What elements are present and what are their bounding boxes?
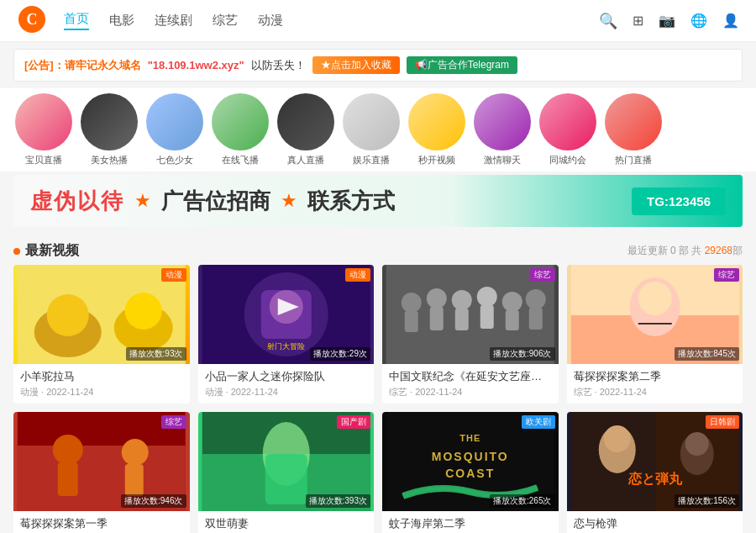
video-card-6[interactable]: 国产剧 播放次数:393次 双世萌妻 国产剧 · 2022-11-12 (198, 412, 375, 533)
ad-banner[interactable]: 虚伪以待 ★ 广告位招商 ★ 联系方式 TG:123456 (13, 175, 743, 227)
svg-rect-18 (430, 307, 444, 330)
live-item-5[interactable]: 真人直播 (276, 93, 336, 166)
video-grid-row2: 综艺 播放次数:946次 莓探探探案第一季 综艺 · 2022-11-24 国产… (0, 412, 756, 533)
banner-text2: 广告位招商 (161, 187, 270, 216)
svg-point-52 (685, 432, 708, 456)
svg-point-34 (53, 435, 83, 465)
video-card-2[interactable]: 射门大冒险 动漫 播放次数:29次 小品一家人之迷你探险队 动漫 · 2022-… (198, 265, 375, 404)
globe-icon[interactable]: 🌐 (690, 13, 707, 29)
title-1: 小羊驼拉马 (20, 369, 183, 384)
live-item-2[interactable]: 美女热播 (79, 93, 139, 166)
live-item-6[interactable]: 娱乐直播 (341, 93, 402, 166)
live-item-7[interactable]: 秒开视频 (407, 93, 467, 166)
notice-bookmark-btn[interactable]: ★点击加入收藏 (312, 56, 400, 74)
svg-rect-37 (125, 464, 144, 496)
banner-star2: ★ (281, 190, 297, 212)
section-title-text: 最新视频 (25, 242, 79, 260)
nav-movie[interactable]: 电影 (109, 13, 134, 29)
svg-point-15 (402, 293, 422, 313)
meta-4: 综艺 · 2022-11-24 (574, 386, 737, 398)
svg-point-21 (477, 287, 497, 307)
user-icon[interactable]: 👤 (722, 13, 739, 29)
live-item-10[interactable]: 热门直播 (603, 93, 664, 166)
live-item-8[interactable]: 激情聊天 (472, 93, 533, 166)
badge-5: 综艺 (161, 415, 186, 429)
views-2: 播放次数:29次 (310, 347, 370, 361)
nav-variety[interactable]: 综艺 (213, 13, 238, 29)
title-7: 蚊子海岸第二季 (389, 516, 552, 531)
video-card-4[interactable]: 综艺 播放次数:845次 莓探探探案第二季 综艺 · 2022-11-24 (567, 265, 743, 404)
svg-point-17 (427, 288, 447, 309)
notice-prefix: [公告]：请牢记永久域名 (24, 58, 141, 73)
svg-text:THE: THE (459, 433, 480, 443)
badge-8: 日韩剧 (706, 415, 739, 429)
svg-rect-16 (405, 311, 418, 332)
title-2: 小品一家人之迷你探险队 (205, 369, 368, 384)
badge-7: 欧关剧 (522, 415, 555, 429)
video-card-7[interactable]: THE MOSQUITO COAST 欧关剧 播放次数:265次 蚊子海岸第二季… (382, 412, 559, 533)
title-5: 莓探探探案第一季 (20, 516, 183, 531)
views-1: 播放次数:93次 (126, 347, 186, 361)
video-card-1[interactable]: 动漫 播放次数:93次 小羊驼拉马 动漫 · 2022-11-24 (13, 265, 190, 404)
views-4: 播放次数:845次 (675, 347, 739, 361)
live-item-1[interactable]: 宝贝直播 (13, 93, 74, 166)
nav-home[interactable]: 首页 (64, 11, 89, 30)
notice-domain: "18.109.1ww2.xyz" (148, 59, 244, 71)
svg-point-36 (122, 439, 149, 466)
banner-text3: 联系方式 (307, 187, 395, 216)
badge-6: 国产剧 (337, 415, 370, 429)
svg-point-19 (452, 290, 472, 310)
live-item-3[interactable]: 七色少女 (144, 93, 205, 166)
video-card-5[interactable]: 综艺 播放次数:946次 莓探探探案第一季 综艺 · 2022-11-24 (13, 412, 190, 533)
svg-rect-22 (480, 305, 494, 329)
section-dot (13, 248, 20, 255)
live-row: 宝贝直播 美女热播 七色少女 在线飞播 真人直播 娱乐直播 秒开视频 激情聊天 … (0, 88, 756, 172)
badge-1: 动漫 (161, 268, 186, 282)
badge-4: 综艺 (714, 268, 739, 282)
meta-2: 动漫 · 2022-11-24 (205, 386, 368, 398)
svg-point-6 (125, 293, 162, 330)
header-icons: 🔍 ⊞ 📷 🌐 👤 (599, 12, 739, 30)
svg-point-25 (526, 289, 546, 309)
main-nav: 首页 电影 连续剧 综艺 动漫 (64, 11, 599, 30)
views-7: 播放次数:265次 (490, 494, 554, 508)
header: C 首页 电影 连续剧 综艺 动漫 🔍 ⊞ 📷 🌐 👤 (0, 0, 756, 42)
search-icon[interactable]: 🔍 (599, 12, 617, 30)
svg-text:COAST: COAST (445, 467, 495, 480)
calendar-icon[interactable]: 📷 (659, 13, 675, 29)
views-3: 播放次数:906次 (490, 347, 554, 361)
badge-2: 动漫 (345, 268, 370, 282)
section-meta: 最近更新 0 部 共 29268部 (627, 244, 743, 258)
video-grid: 动漫 播放次数:93次 小羊驼拉马 动漫 · 2022-11-24 射门大冒险 … (0, 265, 756, 412)
title-4: 莓探探探案第二季 (574, 369, 737, 384)
banner-tg-box: TG:123456 (632, 187, 726, 215)
banner-text1: 虚伪以待 (30, 187, 124, 216)
title-3: 中国文联纪念《在延安文艺座谈会上的讲... (389, 369, 552, 384)
svg-rect-41 (265, 454, 307, 504)
live-item-9[interactable]: 同城约会 (538, 93, 598, 166)
views-8: 播放次数:156次 (675, 494, 739, 508)
video-card-8[interactable]: 恋と弾丸 日韩剧 播放次数:156次 恋与枪弹 日韩剧 · 2022-11-12 (567, 412, 743, 533)
grid-icon[interactable]: ⊞ (633, 13, 643, 29)
section-title: 最新视频 (13, 242, 79, 260)
notice-bar: [公告]：请牢记永久域名 "18.109.1ww2.xyz" 以防丢失！ ★点击… (13, 49, 743, 82)
svg-text:恋と弾丸: 恋と弾丸 (627, 471, 682, 486)
video-card-3[interactable]: 综艺 播放次数:906次 中国文联纪念《在延安文艺座谈会上的讲... 综艺 · … (382, 265, 559, 404)
title-8: 恋与枪弹 (574, 516, 737, 531)
live-item-4[interactable]: 在线飞播 (210, 93, 270, 166)
svg-rect-26 (529, 308, 543, 330)
logo[interactable]: C (17, 4, 47, 37)
nav-series[interactable]: 连续剧 (155, 13, 192, 29)
svg-rect-35 (58, 462, 78, 496)
badge-3: 综艺 (530, 268, 555, 282)
svg-point-23 (502, 292, 522, 312)
notice-telegram-btn[interactable]: 📢广告合作Telegram (407, 56, 517, 74)
meta-3: 综艺 · 2022-11-24 (389, 386, 552, 398)
banner-star1: ★ (134, 190, 151, 212)
svg-point-30 (638, 282, 671, 315)
nav-anime[interactable]: 动漫 (258, 13, 283, 29)
svg-rect-24 (506, 310, 519, 330)
title-6: 双世萌妻 (205, 516, 368, 531)
views-6: 播放次数:393次 (306, 494, 370, 508)
section-header: 最新视频 最近更新 0 部 共 29268部 (0, 234, 756, 265)
